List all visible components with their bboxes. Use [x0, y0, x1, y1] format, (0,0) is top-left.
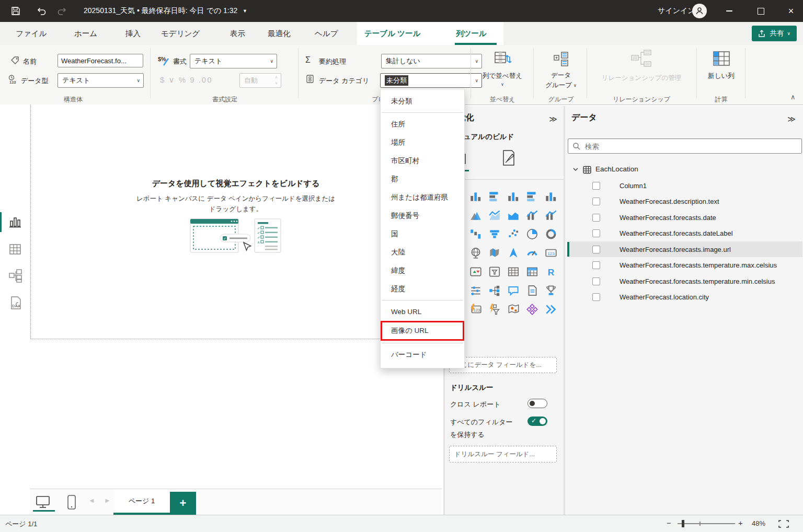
funnel-chart-icon[interactable]	[488, 227, 501, 241]
clustered-column-chart-icon[interactable]	[507, 190, 520, 203]
pie-chart-icon[interactable]	[525, 227, 539, 241]
gauge-icon[interactable]	[525, 246, 539, 260]
kpi-icon[interactable]	[469, 265, 483, 279]
power-apps-icon[interactable]	[525, 303, 539, 316]
zoom-slider-track[interactable]	[678, 523, 735, 524]
format-visual-icon[interactable]	[500, 149, 517, 168]
collapse-pane-icon[interactable]: ≫	[549, 114, 556, 124]
new-slicer-icon[interactable]	[469, 284, 483, 297]
filled-area-chart-icon[interactable]	[507, 209, 520, 222]
scatter-chart-icon[interactable]	[507, 227, 520, 241]
model-view-icon[interactable]	[8, 269, 23, 283]
ribbon-tab-table-tools[interactable]: テーブル ツール	[364, 22, 420, 45]
table-node-eachlocation[interactable]: EachLocation	[565, 162, 803, 178]
summarization-select[interactable]: 集計しない ∨	[381, 54, 482, 68]
ribbon-tab-4[interactable]: 表示	[230, 22, 245, 45]
data-field-row-selected[interactable]: WeatherForecast.forecasts.image.url	[567, 241, 802, 257]
zoom-level[interactable]: 48%	[752, 519, 765, 527]
slicer-new-icon[interactable]	[488, 303, 501, 316]
mobile-layout-icon[interactable]	[66, 494, 77, 510]
field-checkbox[interactable]	[592, 293, 600, 301]
data-field-row[interactable]: WeatherForecast.forecasts.date	[567, 210, 802, 225]
data-field-row[interactable]: WeatherForecast.forecasts.dateLabel	[567, 226, 802, 241]
share-button[interactable]: 共有 ∨	[752, 26, 797, 41]
drillthrough-field-well[interactable]: ドリルスルー フィールド...	[449, 446, 557, 462]
ribbon-tab-6[interactable]: ヘルプ	[315, 22, 338, 45]
ribbon-tab-0[interactable]: ファイル	[16, 22, 47, 45]
ribbon-tab-2[interactable]: 挿入	[125, 22, 141, 45]
slicer-icon[interactable]	[488, 265, 501, 279]
data-field-well[interactable]: ここにデータ フィールドを...	[449, 357, 557, 373]
stacked-column-chart-icon[interactable]	[469, 190, 483, 203]
map-icon[interactable]	[469, 246, 483, 260]
search-input[interactable]	[584, 140, 795, 154]
zoom-in-button[interactable]: +	[738, 518, 743, 527]
category-menu-item[interactable]: Web URL	[381, 303, 464, 321]
power-automate-icon[interactable]	[544, 303, 558, 316]
category-menu-item[interactable]: 住所	[381, 115, 464, 133]
category-menu-item[interactable]: 緯度	[381, 261, 464, 280]
collapse-pane-icon[interactable]: ≫	[787, 114, 795, 124]
data-groups-button[interactable]: データ グループ∨	[537, 50, 584, 90]
fit-to-page-icon[interactable]	[778, 519, 789, 528]
undo-icon[interactable]	[36, 5, 47, 17]
waterfall-chart-icon[interactable]	[469, 227, 483, 241]
account-avatar[interactable]	[692, 4, 707, 18]
category-menu-item[interactable]: 郡	[381, 170, 464, 188]
100-stacked-column-chart-icon[interactable]	[544, 190, 558, 203]
100-stacked-bar-chart-icon[interactable]	[525, 190, 539, 203]
data-field-row[interactable]: WeatherForecast.forecasts.temperature.mi…	[567, 273, 802, 289]
ribbon-tab-1[interactable]: ホーム	[74, 22, 97, 45]
report-view-icon[interactable]	[8, 215, 22, 229]
zoom-out-button[interactable]: −	[667, 518, 671, 527]
format-select[interactable]: テキスト ∨	[190, 54, 277, 68]
data-type-select[interactable]: テキスト ∨	[58, 73, 144, 88]
category-menu-item[interactable]: 経度	[381, 280, 464, 298]
line-and-stacked-column-chart-icon[interactable]	[525, 209, 539, 222]
category-menu-item[interactable]: 市区町村	[381, 152, 464, 170]
field-checkbox[interactable]	[592, 261, 600, 269]
line-and-clustered-column-chart-icon[interactable]	[544, 209, 558, 222]
new-column-button[interactable]: 新しい列	[699, 50, 743, 80]
field-checkbox[interactable]	[592, 214, 600, 222]
metrics-icon[interactable]	[544, 284, 558, 297]
smart-narrative-icon[interactable]	[525, 284, 539, 297]
field-checkbox[interactable]	[592, 229, 600, 237]
category-menu-item-image-url-highlighted[interactable]: 画像の URL	[381, 321, 464, 341]
ribbon-tab-5[interactable]: 最適化	[268, 22, 291, 45]
data-field-row[interactable]: WeatherForecast.location.city	[567, 290, 802, 305]
clustered-bar-chart-icon[interactable]	[488, 190, 501, 203]
dax-query-view-icon[interactable]: DAX	[8, 296, 23, 311]
close-button[interactable]: ×	[779, 0, 803, 22]
qa-visual-icon[interactable]	[507, 284, 520, 297]
stacked-area-chart-icon[interactable]	[488, 209, 501, 222]
desktop-layout-icon[interactable]	[35, 495, 51, 509]
cross-report-toggle[interactable]	[527, 399, 547, 408]
save-icon[interactable]	[10, 6, 21, 16]
area-chart-icon[interactable]	[469, 209, 483, 222]
data-category-select[interactable]: 未分類 ∨	[380, 73, 482, 88]
azure-map-icon[interactable]	[507, 246, 520, 260]
ribbon-tab-3[interactable]: モデリング	[161, 22, 200, 45]
minimize-button[interactable]	[717, 0, 741, 22]
data-field-row[interactable]: WeatherForecast.forecasts.temperature.ma…	[567, 258, 802, 273]
r-script-visual-icon[interactable]: R	[544, 265, 558, 279]
ribbon-tab-column-tools-active[interactable]: 列ツール	[456, 22, 487, 45]
zoom-slider-handle[interactable]	[682, 520, 684, 527]
column-name-input[interactable]	[58, 54, 143, 67]
sign-in-button[interactable]: サインイン	[658, 6, 695, 16]
field-checkbox[interactable]	[592, 246, 600, 253]
data-field-row[interactable]: WeatherForecast.description.text	[567, 194, 802, 210]
ribbon-collapse-icon[interactable]: ∧	[790, 93, 796, 101]
category-menu-item[interactable]: 州または都道府県	[381, 188, 464, 206]
table-view-icon[interactable]	[8, 242, 22, 256]
document-title[interactable]: 20250131_天気 • 最終保存日時: 今日 での 1:32 ▼	[84, 6, 247, 16]
keep-all-filters-toggle[interactable]: ✓	[527, 417, 547, 426]
page-tab[interactable]: ページ 1	[113, 489, 170, 515]
data-field-row[interactable]: Column1	[567, 178, 802, 193]
table-icon[interactable]	[507, 265, 520, 279]
category-menu-item[interactable]: 国	[381, 225, 464, 243]
field-checkbox[interactable]	[592, 277, 600, 285]
matrix-icon[interactable]	[525, 265, 539, 279]
category-menu-item[interactable]: 場所	[381, 133, 464, 152]
